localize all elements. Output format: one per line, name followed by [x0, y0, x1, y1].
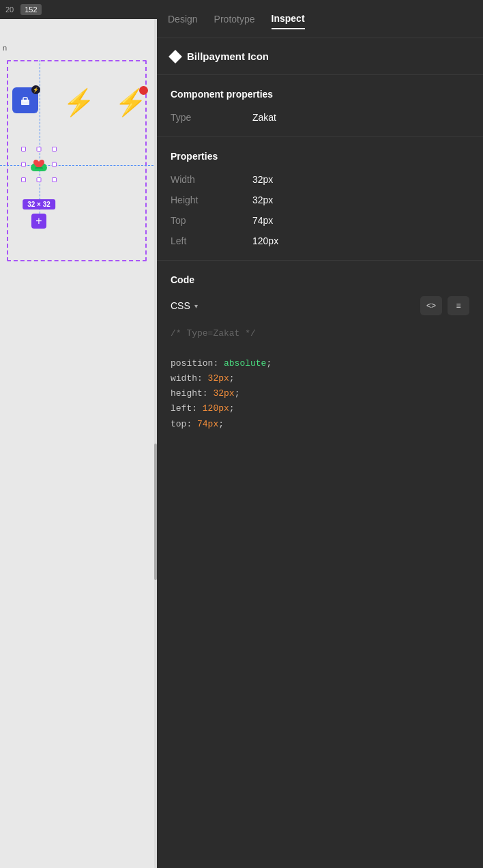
canvas-coord-x: 20: [5, 5, 14, 14]
width-value: 32px: [252, 174, 273, 185]
code-line-top: top: 74px;: [171, 417, 469, 432]
top-row: Top 74px: [171, 215, 469, 226]
component-properties-section: Component properties Type Zakat: [157, 75, 483, 137]
handle-br: [52, 177, 57, 182]
canvas-coord-y: 152: [20, 4, 41, 15]
code-val-position: absolute: [224, 358, 266, 368]
tab-prototype[interactable]: Prototype: [214, 10, 255, 29]
left-label: Left: [171, 235, 252, 246]
type-value: Zakat: [252, 112, 276, 123]
left-value: 120px: [252, 235, 278, 246]
blue-icon-svg: [19, 94, 31, 106]
add-button[interactable]: +: [31, 214, 46, 229]
handle-bm: [37, 177, 42, 182]
component-properties-title: Component properties: [171, 89, 469, 100]
canvas-scrollbar-thumb[interactable]: [154, 444, 157, 580]
copy-code-button[interactable]: <>: [420, 296, 442, 315]
type-row: Type Zakat: [171, 112, 469, 123]
lightning-icon-2: ⚡: [115, 87, 147, 117]
canvas-scrollbar[interactable]: [154, 19, 157, 868]
handle-tr: [52, 147, 57, 151]
handle-tl: [21, 147, 26, 151]
canvas-panel: 20 152 n ⚡ ⚡ ⚡: [0, 0, 157, 868]
handle-ml: [21, 162, 26, 167]
properties-section: Properties Width 32px Height 32px Top 74…: [157, 137, 483, 261]
zakat-icon-wrapper[interactable]: 32 × 32 +: [15, 141, 63, 188]
css-dropdown[interactable]: CSS ▾: [171, 300, 198, 311]
top-label: Top: [171, 215, 252, 226]
size-label: 32 × 32: [23, 199, 55, 209]
blue-icon-badge: ⚡: [31, 85, 40, 94]
properties-title: Properties: [171, 151, 469, 162]
code-val-height: 32px: [213, 388, 234, 399]
canvas-content: n ⚡ ⚡ ⚡: [0, 19, 157, 868]
code-val-top: 74px: [197, 419, 218, 429]
height-label: Height: [171, 194, 252, 205]
panel-body: Billpayment Icon Component properties Ty…: [157, 38, 483, 868]
width-row: Width 32px: [171, 174, 469, 185]
code-line-left: left: 120px;: [171, 401, 469, 416]
zakat-svg: [27, 152, 51, 177]
handle-bl: [21, 177, 26, 182]
code-line-width: width: 32px;: [171, 371, 469, 386]
canvas-top-bar: 20 152: [0, 0, 157, 19]
code-line-position: position: absolute;: [171, 356, 469, 371]
css-label: CSS: [171, 300, 190, 311]
code-prop-left: left:: [171, 403, 203, 414]
tab-inspect[interactable]: Inspect: [272, 9, 305, 29]
component-header: Billpayment Icon: [157, 38, 483, 75]
lightning-icon-1: ⚡: [63, 87, 95, 117]
code-comment: /* Type=Zakat */: [171, 326, 469, 341]
blue-icon: ⚡: [12, 87, 38, 113]
handle-tm: [37, 147, 42, 151]
svg-rect-1: [23, 98, 27, 101]
tab-design[interactable]: Design: [168, 10, 198, 29]
crosshair-vertical: [40, 60, 40, 217]
code-prop-height: height:: [171, 388, 213, 399]
height-value: 32px: [252, 194, 273, 205]
lightning-icon-2-badge: [139, 86, 148, 95]
code-val-left: 120px: [203, 403, 229, 414]
code-val-width: 32px: [208, 373, 229, 384]
width-label: Width: [171, 174, 252, 185]
code-buttons: <> ≡: [420, 296, 469, 315]
code-prop-top: top:: [171, 419, 197, 429]
zakat-icon-inner: 32 × 32 +: [21, 147, 57, 182]
code-prop-position: position:: [171, 358, 224, 368]
canvas-label-n: n: [3, 44, 7, 52]
tabs-bar: Design Prototype Inspect: [157, 0, 483, 38]
top-value: 74px: [252, 215, 273, 226]
component-name: Billpayment Icon: [187, 50, 269, 62]
chevron-down-icon: ▾: [194, 302, 198, 310]
handle-mr: [52, 162, 57, 167]
code-line-height: height: 32px;: [171, 386, 469, 401]
diamond-icon: [169, 50, 182, 63]
code-toolbar: CSS ▾ <> ≡: [171, 296, 469, 315]
code-prop-width: width:: [171, 373, 208, 384]
list-button[interactable]: ≡: [448, 296, 469, 315]
copy-code-icon: <>: [426, 301, 436, 310]
inspect-panel: Design Prototype Inspect Billpayment Ico…: [157, 0, 483, 868]
code-section: Code CSS ▾ <> ≡ /* Type=Zakat *: [157, 261, 483, 446]
code-title: Code: [171, 274, 469, 285]
code-block: /* Type=Zakat */ position: absolute; wid…: [171, 326, 469, 432]
list-icon: ≡: [456, 301, 460, 310]
left-row: Left 120px: [171, 235, 469, 246]
type-label: Type: [171, 112, 252, 123]
height-row: Height 32px: [171, 194, 469, 205]
svg-rect-0: [21, 100, 29, 105]
